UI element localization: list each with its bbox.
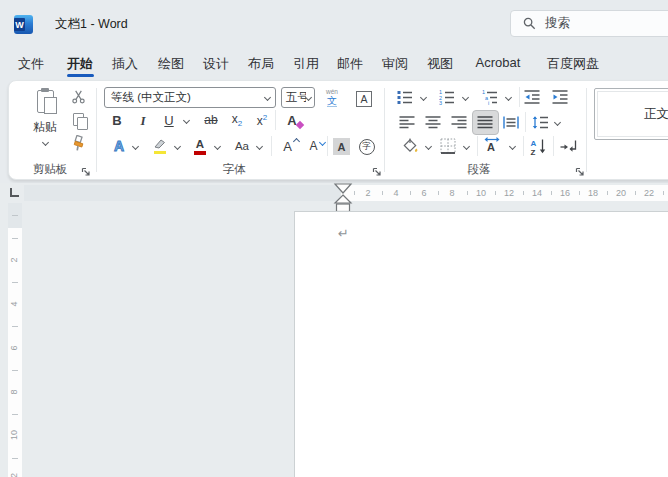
indent-markers[interactable] xyxy=(333,183,353,213)
font-dialog-launcher[interactable] xyxy=(372,163,384,175)
first-line-indent-marker[interactable] xyxy=(335,184,351,193)
bullets-dropdown[interactable] xyxy=(417,92,429,102)
sort-button[interactable]: A Z xyxy=(527,135,549,157)
text-effects-button[interactable]: A xyxy=(108,135,130,157)
text-effects-dropdown[interactable] xyxy=(129,141,141,151)
word-app-icon[interactable]: W xyxy=(14,15,33,34)
bold-button[interactable]: B xyxy=(106,109,128,131)
numbering-button[interactable]: 12 3 xyxy=(438,88,456,106)
underline-button[interactable]: U xyxy=(158,109,180,131)
tab-draw[interactable]: 绘图 xyxy=(158,55,184,73)
cut-button[interactable] xyxy=(68,86,88,106)
character-border-button[interactable]: A xyxy=(354,89,374,109)
font-name-combo[interactable]: 等线 (中文正文) xyxy=(104,87,276,108)
numbering-dropdown[interactable] xyxy=(459,92,471,102)
tab-review[interactable]: 审阅 xyxy=(382,55,408,73)
character-shading-icon: A xyxy=(333,138,350,155)
asian-layout-dropdown[interactable] xyxy=(506,141,518,151)
shrink-font-icon: A xyxy=(309,139,317,153)
align-center-button[interactable] xyxy=(424,112,442,132)
line-spacing-dropdown[interactable] xyxy=(551,117,563,127)
numbering-icon: 12 3 xyxy=(439,89,455,105)
justify-icon xyxy=(477,116,493,129)
font-size-combo[interactable]: 五号 xyxy=(281,87,315,108)
line-spacing-button[interactable] xyxy=(530,111,550,133)
ruler-number: 12 xyxy=(503,188,515,198)
tab-file[interactable]: 文件 xyxy=(18,55,44,73)
shrink-font-button[interactable]: A xyxy=(302,135,325,157)
group-separator xyxy=(384,88,385,172)
multilevel-list-dropdown[interactable] xyxy=(502,92,514,102)
font-color-icon: A xyxy=(192,138,208,155)
distribute-button[interactable] xyxy=(502,112,520,132)
decrease-indent-button[interactable] xyxy=(523,88,541,106)
vertical-ruler[interactable]: 2 4 6 8 10 12 xyxy=(8,203,22,477)
enclose-characters-button[interactable]: 字 xyxy=(357,137,376,156)
format-painter-button[interactable] xyxy=(67,133,89,153)
grow-font-button[interactable]: A xyxy=(276,135,299,157)
italic-button[interactable]: I xyxy=(132,109,154,131)
font-color-dropdown[interactable] xyxy=(211,141,223,151)
italic-icon: I xyxy=(140,114,145,127)
strikethrough-button[interactable]: ab xyxy=(199,109,223,131)
increase-indent-button[interactable] xyxy=(551,88,569,106)
asian-layout-button[interactable]: A xyxy=(482,135,502,155)
search-input[interactable]: 搜索 xyxy=(510,10,668,37)
underline-dropdown[interactable] xyxy=(180,115,192,125)
borders-dropdown[interactable] xyxy=(460,141,472,151)
paste-label[interactable]: 粘贴 xyxy=(17,119,73,135)
borders-button[interactable] xyxy=(439,137,457,155)
style-normal-card[interactable]: 正文 xyxy=(594,88,668,140)
hanging-indent-marker[interactable] xyxy=(335,195,351,203)
ruler-number: 18 xyxy=(587,188,599,198)
align-left-button[interactable] xyxy=(398,112,416,132)
character-shading-button[interactable]: A xyxy=(332,137,351,156)
change-case-dropdown[interactable] xyxy=(253,141,265,151)
superscript-button[interactable]: x2 xyxy=(251,109,273,131)
phonetic-guide-button[interactable]: wén 文 xyxy=(320,86,344,110)
align-right-button[interactable] xyxy=(450,112,468,132)
ruler-tick xyxy=(467,191,468,195)
paste-button[interactable] xyxy=(31,85,59,117)
paste-icon-clip xyxy=(41,88,49,92)
shading-button[interactable] xyxy=(401,137,419,155)
paste-dropdown[interactable] xyxy=(38,137,52,147)
tab-view[interactable]: 视图 xyxy=(427,55,453,73)
highlight-color-dropdown[interactable] xyxy=(171,141,183,151)
bullets-button[interactable] xyxy=(396,88,414,106)
phonetic-char: 文 xyxy=(327,96,337,107)
tab-mailings[interactable]: 邮件 xyxy=(337,55,363,73)
paragraph-mark: ↵ xyxy=(338,226,349,241)
ruler-tick xyxy=(607,191,608,195)
distribute-icon xyxy=(503,116,519,129)
font-color-button[interactable]: A xyxy=(189,135,211,157)
ruler-tick xyxy=(551,191,552,195)
tab-stop-selector[interactable] xyxy=(10,188,19,197)
shading-dropdown[interactable] xyxy=(422,141,434,151)
copy-button[interactable] xyxy=(68,109,88,129)
show-hide-marks-button[interactable] xyxy=(558,135,580,157)
tab-design[interactable]: 设计 xyxy=(203,55,229,73)
chevron-down-icon xyxy=(462,142,469,149)
subscript-button[interactable]: x2 xyxy=(226,109,248,131)
tab-home[interactable]: 开始 xyxy=(67,55,93,73)
tab-acrobat[interactable]: Acrobat xyxy=(476,55,521,70)
ruler-number: 12 xyxy=(9,471,21,477)
tab-baidu-netdisk[interactable]: 百度网盘 xyxy=(547,55,599,73)
ruler-number: 20 xyxy=(615,188,627,198)
tab-insert[interactable]: 插入 xyxy=(112,55,138,73)
highlight-color-button[interactable] xyxy=(149,135,171,157)
tab-layout[interactable]: 布局 xyxy=(248,55,274,73)
word-logo-letter: W xyxy=(14,18,25,31)
ruler-number: 16 xyxy=(559,188,571,198)
clear-formatting-button[interactable]: A xyxy=(280,109,304,131)
paragraph-dialog-launcher[interactable] xyxy=(575,163,587,175)
clipboard-dialog-launcher[interactable] xyxy=(81,163,93,175)
justify-button[interactable] xyxy=(476,112,494,132)
change-case-button[interactable]: Aa xyxy=(230,135,254,157)
multilevel-list-button[interactable]: 1a i xyxy=(481,88,499,106)
tab-references[interactable]: 引用 xyxy=(293,55,319,73)
search-placeholder: 搜索 xyxy=(545,15,570,32)
ruler-tick xyxy=(12,326,18,327)
document-page[interactable]: ↵ xyxy=(294,211,668,477)
